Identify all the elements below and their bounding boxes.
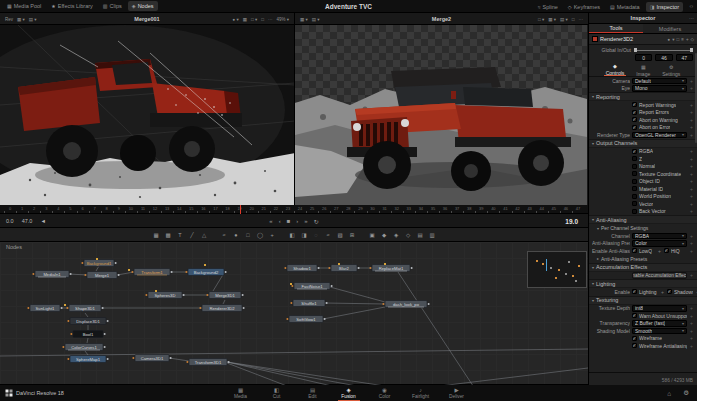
- node-mediain1[interactable]: MediaIn1: [32, 271, 71, 278]
- lock-icon[interactable]: □: [677, 37, 680, 42]
- bitmap-mask-tool[interactable]: ●: [232, 230, 241, 239]
- renderer-3d-tool[interactable]: ▤: [416, 230, 425, 239]
- keyframe-marker[interactable]: +: [689, 163, 694, 169]
- z-checkbox[interactable]: Z: [632, 156, 687, 162]
- shape-3d-tool[interactable]: ◆: [380, 230, 389, 239]
- topbar-button-spline[interactable]: ≈Spline: [534, 2, 562, 12]
- keyframe-marker[interactable]: +: [689, 132, 694, 138]
- channel-dropdown[interactable]: RGBA▾: [632, 233, 687, 240]
- page-tab-fusion[interactable]: ◈Fusion: [336, 385, 362, 401]
- subsection-anti-aliasing-presets[interactable]: ▸Anti-Aliasing Presets: [589, 255, 697, 263]
- inspector-tab-modifiers[interactable]: Modifiers: [643, 24, 697, 33]
- node-replacemat1[interactable]: ReplaceMat1: [369, 265, 412, 272]
- page-tab-color[interactable]: ◉Color: [372, 385, 398, 401]
- node-shuffle1[interactable]: Shuffle1: [290, 300, 327, 307]
- topbar-button-inspector[interactable]: ◨Inspector: [646, 2, 683, 12]
- viewer-control[interactable]: ▤ ▾: [312, 17, 320, 22]
- slider-handle-out[interactable]: [690, 48, 693, 52]
- left-viewport-3d-scene[interactable]: [0, 25, 295, 205]
- keyframe-marker[interactable]: +: [689, 78, 694, 84]
- keyframe-marker[interactable]: +: [689, 193, 694, 199]
- inspector-subtab-controls[interactable]: ◆Controls: [604, 64, 627, 76]
- keyframe-marker[interactable]: +: [689, 343, 694, 349]
- abort-on-error-checkbox[interactable]: ✓Abort on Error: [632, 124, 687, 130]
- version-icon[interactable]: ●: [668, 37, 671, 42]
- viewer-control[interactable]: ▦: [243, 17, 247, 22]
- camera-dropdown[interactable]: Default▾: [632, 78, 687, 85]
- viewer-control[interactable]: □: [261, 17, 264, 22]
- node-colorcurves1[interactable]: ColorCurves1: [62, 344, 105, 351]
- hiq-checkbox[interactable]: ✓HiQ: [664, 248, 687, 254]
- node-sunlight1[interactable]: SunLight1: [27, 305, 62, 312]
- ellipse-mask-tool[interactable]: ◯: [256, 230, 265, 239]
- keyframe-marker[interactable]: +: [689, 272, 694, 278]
- section-texturing[interactable]: ▾Texturing: [589, 296, 697, 305]
- viewer-control[interactable]: 49% ▾: [276, 17, 289, 22]
- keyframe-marker[interactable]: +: [689, 320, 694, 326]
- keyframe-marker[interactable]: +: [689, 85, 694, 91]
- keyframe-marker[interactable]: +: [689, 240, 694, 246]
- inspector-subtab-image[interactable]: ▦Image: [634, 64, 652, 76]
- go-to-first-frame-button[interactable]: «: [269, 218, 272, 224]
- node-blur2[interactable]: Blur2: [328, 265, 359, 272]
- viewer-control[interactable]: ···: [268, 17, 273, 22]
- node-transform1[interactable]: Transform1: [131, 269, 172, 276]
- shading-model-dropdown[interactable]: Smooth▾: [632, 328, 687, 335]
- node-editor[interactable]: Nodes MediaIn1Background1Merge1Transform…: [0, 242, 588, 385]
- node-displace3d1[interactable]: Displace3D1: [67, 318, 108, 325]
- keyframe-marker[interactable]: +: [689, 186, 694, 192]
- node-spheres3d[interactable]: Spheres3D: [145, 292, 184, 299]
- global-in-out-slider[interactable]: [634, 48, 693, 53]
- page-tab-cut[interactable]: ◧Cut: [264, 385, 290, 401]
- eye-dropdown[interactable]: Mono▾: [632, 85, 687, 92]
- node-renderer3d2[interactable]: Renderer3D2: [199, 305, 244, 312]
- section-anti-aliasing[interactable]: ▾Anti-Aliasing: [589, 215, 697, 224]
- keyframe-marker[interactable]: +: [689, 124, 694, 130]
- texture-depth-dropdown[interactable]: int8▾: [632, 305, 687, 312]
- viewer-control[interactable]: ▤ ▾: [560, 17, 568, 22]
- blur-tool[interactable]: ▨: [336, 230, 345, 239]
- shadows-checkbox[interactable]: ✓Shadows: [667, 289, 693, 295]
- transparency-dropdown[interactable]: Z Buffer (fast)▾: [632, 320, 687, 327]
- timeline-ruler[interactable]: 0123456789101112131415161718192021222324…: [0, 205, 588, 214]
- bspline-mask-tool[interactable]: ≈: [220, 230, 229, 239]
- viewer-control[interactable]: ▦ ▾: [300, 17, 308, 22]
- object-id-checkbox[interactable]: Object ID: [632, 178, 687, 184]
- report-warnings-checkbox[interactable]: ✓Report Warnings: [632, 102, 687, 108]
- viewer-control[interactable]: □ ▾: [538, 17, 544, 22]
- node-shape3d1[interactable]: Shape3D1: [66, 305, 103, 312]
- polygon-mask-tool[interactable]: △: [200, 230, 209, 239]
- background-tool[interactable]: ▦: [152, 230, 161, 239]
- keyframe-marker[interactable]: +: [689, 328, 694, 334]
- keyframe-marker[interactable]: +: [695, 289, 697, 295]
- current-frame-value[interactable]: 19.0: [565, 214, 578, 228]
- node-background2[interactable]: Background2: [185, 269, 226, 276]
- keyframe-marker[interactable]: +: [689, 178, 694, 184]
- global-range-value-2[interactable]: 47: [676, 54, 693, 61]
- normal-checkbox[interactable]: Normal: [632, 163, 687, 169]
- global-range-value-1[interactable]: 46: [655, 54, 672, 61]
- wand-mask-tool[interactable]: +: [268, 230, 277, 239]
- keyframe-marker[interactable]: +: [689, 201, 694, 207]
- back-vector-checkbox[interactable]: Back Vector: [632, 208, 687, 214]
- topbar-button-effects-library[interactable]: ★Effects Library: [47, 1, 97, 11]
- keyframe-marker[interactable]: +: [689, 156, 694, 162]
- text-tool[interactable]: T: [176, 230, 185, 239]
- lowq-checkbox[interactable]: ✓LowQ: [632, 248, 655, 254]
- inspector-scrollbar[interactable]: [695, 53, 697, 143]
- viewer-control[interactable]: □ ▾: [251, 17, 257, 22]
- section-lighting[interactable]: ▾Lighting: [589, 279, 697, 288]
- warn-about-unsupported-texture-depths-checkbox[interactable]: ✓Warn About Unsupported Texture Depths: [632, 313, 687, 319]
- reset-icon[interactable]: +: [686, 37, 689, 42]
- page-tab-fairlight[interactable]: ♪Fairlight: [408, 385, 434, 401]
- node-shadow1[interactable]: Shadow1: [284, 265, 319, 272]
- texture-coordinate-checkbox[interactable]: Texture Coordinate: [632, 171, 687, 177]
- rectangle-mask-tool[interactable]: □: [244, 230, 253, 239]
- keyframe-marker[interactable]: +: [689, 335, 694, 341]
- topbar-button-media-pool[interactable]: ▦Media Pool: [3, 1, 45, 11]
- camera-3d-tool[interactable]: ◇: [404, 230, 413, 239]
- spline-editor-tool[interactable]: ▥: [428, 230, 437, 239]
- keyframe-marker[interactable]: +: [689, 171, 694, 177]
- topbar-button-keyframes[interactable]: ◇Keyframes: [564, 2, 604, 12]
- vector-checkbox[interactable]: Vector: [632, 201, 687, 207]
